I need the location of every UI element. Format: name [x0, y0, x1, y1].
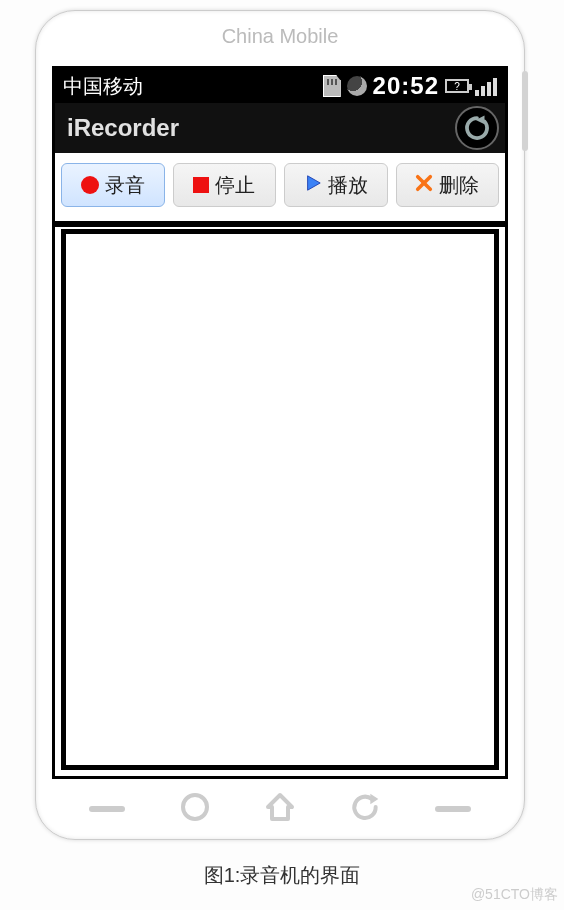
- carrier-label: 中国移动: [63, 73, 323, 100]
- signal-icon: [475, 76, 497, 96]
- delete-icon: [415, 174, 433, 197]
- app-title: iRecorder: [67, 114, 179, 142]
- stop-label: 停止: [215, 172, 255, 199]
- refresh-icon: [462, 113, 492, 143]
- svg-marker-5: [371, 794, 379, 805]
- back-hw-button[interactable]: [349, 791, 381, 827]
- sd-card-icon: [323, 75, 341, 97]
- stop-button[interactable]: 停止: [173, 163, 277, 207]
- recording-list[interactable]: [61, 229, 499, 770]
- stop-icon: [193, 177, 209, 193]
- refresh-button[interactable]: [455, 106, 499, 150]
- battery-icon: ?: [445, 79, 469, 93]
- phone-frame: China Mobile 中国移动 20:52 ? iRecorder: [35, 10, 525, 840]
- record-button[interactable]: 录音: [61, 163, 165, 207]
- record-icon: [81, 176, 99, 194]
- home-hw-button[interactable]: [264, 791, 296, 827]
- toolbar: 录音 停止 播放 删除: [55, 153, 505, 227]
- phone-brand-label: China Mobile: [36, 25, 524, 48]
- play-label: 播放: [328, 172, 368, 199]
- delete-label: 删除: [439, 172, 479, 199]
- record-label: 录音: [105, 172, 145, 199]
- status-bar: 中国移动 20:52 ?: [55, 69, 505, 103]
- phone-side-button: [522, 71, 528, 151]
- status-icons: 20:52 ?: [323, 72, 497, 100]
- circle-hw-button[interactable]: [179, 791, 211, 827]
- delete-button[interactable]: 删除: [396, 163, 500, 207]
- menu-hw-button[interactable]: [89, 806, 125, 812]
- moon-icon: [347, 76, 367, 96]
- svg-marker-1: [307, 175, 320, 189]
- hardware-buttons: [36, 787, 524, 831]
- clock-label: 20:52: [373, 72, 439, 100]
- search-hw-button[interactable]: [435, 806, 471, 812]
- play-button[interactable]: 播放: [284, 163, 388, 207]
- screen: 中国移动 20:52 ? iRecorder: [52, 66, 508, 779]
- figure-caption: 图1:录音机的界面: [0, 862, 564, 889]
- play-icon: [304, 174, 322, 197]
- app-title-bar: iRecorder: [55, 103, 505, 153]
- svg-point-4: [183, 795, 207, 819]
- watermark: @51CTO博客: [471, 886, 558, 904]
